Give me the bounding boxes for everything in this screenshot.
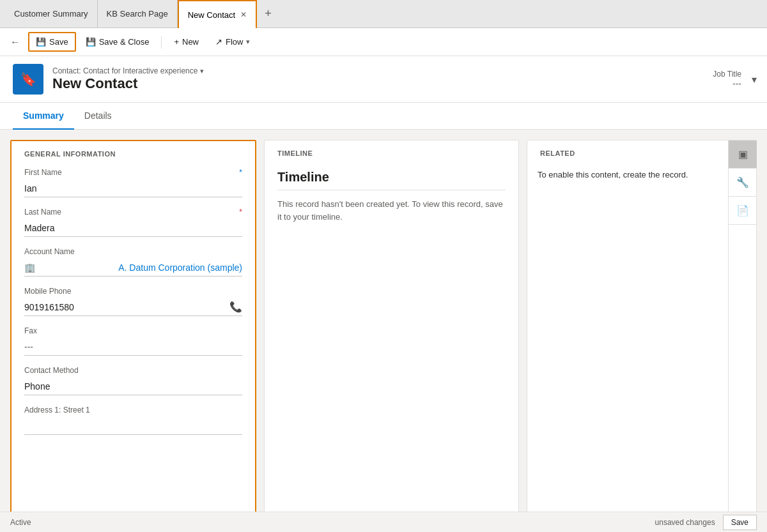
timeline-header: TIMELINE: [265, 141, 518, 162]
timeline-body: This record hasn't been created yet. To …: [265, 190, 518, 231]
related-body: To enable this content, create the recor…: [527, 162, 728, 187]
record-header: 🔖 Contact: Contact for Interactive exper…: [0, 56, 767, 103]
status-bar: Active unsaved changes Save: [0, 512, 767, 532]
grid-icon: ▣: [738, 148, 748, 160]
tab-customer-summary[interactable]: Customer Summary: [5, 0, 98, 27]
save-icon: 💾: [36, 37, 46, 47]
first-name-asterisk: *: [239, 168, 242, 177]
account-link-icon: 🏢: [24, 262, 35, 273]
mobile-phone-field: Mobile Phone 9019161580 📞: [24, 287, 242, 316]
save-close-icon: 💾: [86, 37, 96, 47]
save-close-button[interactable]: 💾 Save & Close: [79, 33, 157, 51]
timeline-panel: TIMELINE Timeline This record hasn't bee…: [264, 140, 519, 524]
job-title-value: ---: [713, 79, 741, 89]
account-name-value[interactable]: 🏢 A. Datum Corporation (sample): [24, 259, 242, 277]
unsaved-changes-label: unsaved changes: [655, 518, 715, 527]
tab-details[interactable]: Details: [74, 103, 122, 130]
form-section: First Name * Ian Last Name * Madera: [12, 163, 255, 455]
record-type-label: Contact: Contact for Interactive experie…: [52, 66, 198, 75]
mobile-phone-label: Mobile Phone: [24, 287, 242, 296]
last-name-field: Last Name * Madera: [24, 208, 242, 237]
general-info-header: GENERAL INFORMATION: [12, 141, 255, 163]
status-save-button[interactable]: Save: [723, 515, 757, 530]
back-icon: ←: [10, 36, 20, 47]
form-tabs: Summary Details: [0, 103, 767, 130]
tab-kb-search[interactable]: KB Search Page: [98, 0, 178, 27]
add-tab-icon: +: [265, 7, 272, 20]
related-header: RELATED: [527, 141, 728, 162]
status-save-label: Save: [731, 518, 748, 527]
related-wrench-button[interactable]: 🔧: [729, 169, 757, 197]
job-title-section: Job Title ---: [713, 70, 741, 89]
save-close-label: Save & Close: [99, 37, 150, 47]
first-name-field: First Name * Ian: [24, 168, 242, 197]
job-title-label: Job Title: [713, 70, 741, 79]
tab-new-contact[interactable]: New Contact ✕: [178, 0, 257, 28]
back-button[interactable]: ←: [5, 33, 26, 52]
general-info-panel: GENERAL INFORMATION First Name * Ian Las…: [10, 140, 256, 524]
save-button[interactable]: 💾 Save: [28, 32, 76, 52]
flow-button[interactable]: ↗ Flow ▾: [208, 33, 257, 51]
flow-label: Flow: [226, 37, 243, 47]
tab-summary[interactable]: Summary: [13, 103, 74, 130]
details-tab-label: Details: [84, 110, 112, 121]
record-info: Contact: Contact for Interactive experie…: [52, 66, 754, 92]
first-name-label: First Name *: [24, 168, 242, 177]
new-icon: +: [174, 37, 179, 47]
timeline-title: Timeline: [265, 162, 518, 190]
record-type-chevron-icon: ▾: [200, 67, 204, 75]
close-tab-icon[interactable]: ✕: [240, 10, 247, 19]
command-bar: ← 💾 Save 💾 Save & Close + New ↗ Flow ▾: [0, 28, 767, 56]
related-actions: ▣ 🔧 📄: [728, 141, 756, 523]
contact-method-field: Contact Method Phone: [24, 366, 242, 395]
related-main: RELATED To enable this content, create t…: [527, 141, 728, 523]
cmd-divider: [161, 36, 162, 49]
address-street-field: Address 1: Street 1: [24, 406, 242, 435]
new-button[interactable]: + New: [167, 33, 206, 51]
fax-value[interactable]: ---: [24, 338, 242, 356]
flow-icon: ↗: [215, 37, 222, 47]
related-panel: RELATED To enable this content, create t…: [527, 140, 757, 524]
tab-label: KB Search Page: [107, 9, 168, 19]
status-label: Active: [10, 518, 31, 527]
fax-label: Fax: [24, 326, 242, 335]
related-grid-button[interactable]: ▣: [729, 141, 757, 169]
status-right: unsaved changes Save: [655, 515, 757, 530]
wrench-icon: 🔧: [736, 176, 749, 188]
contact-method-label: Contact Method: [24, 366, 242, 375]
last-name-label: Last Name *: [24, 208, 242, 217]
summary-tab-label: Summary: [23, 110, 64, 121]
new-label: New: [182, 37, 199, 47]
address-street-label: Address 1: Street 1: [24, 406, 242, 414]
record-type[interactable]: Contact: Contact for Interactive experie…: [52, 66, 754, 75]
record-name: New Contact: [52, 75, 754, 92]
main-content: GENERAL INFORMATION First Name * Ian Las…: [0, 130, 767, 532]
last-name-asterisk: *: [239, 208, 242, 217]
doc-icon: 📄: [736, 204, 749, 217]
address-street-value[interactable]: [24, 417, 242, 435]
add-tab-button[interactable]: +: [257, 0, 279, 27]
contact-method-value[interactable]: Phone: [24, 377, 242, 395]
phone-icon[interactable]: 📞: [229, 301, 242, 313]
save-label: Save: [49, 37, 68, 47]
fax-field: Fax ---: [24, 326, 242, 356]
related-doc-button[interactable]: 📄: [729, 197, 757, 225]
first-name-value[interactable]: Ian: [24, 179, 242, 197]
flow-chevron-icon: ▾: [246, 38, 250, 46]
account-name-label: Account Name: [24, 247, 242, 256]
tab-bar: Customer Summary KB Search Page New Cont…: [0, 0, 767, 28]
expand-icon[interactable]: ▾: [752, 73, 757, 86]
tab-label: Customer Summary: [14, 9, 88, 19]
tab-label: New Contact: [188, 10, 235, 20]
avatar-icon: 🔖: [20, 72, 36, 87]
mobile-phone-value[interactable]: 9019161580 📞: [24, 298, 242, 316]
last-name-value[interactable]: Madera: [24, 219, 242, 237]
record-avatar: 🔖: [13, 64, 43, 95]
account-name-field: Account Name 🏢 A. Datum Corporation (sam…: [24, 247, 242, 277]
